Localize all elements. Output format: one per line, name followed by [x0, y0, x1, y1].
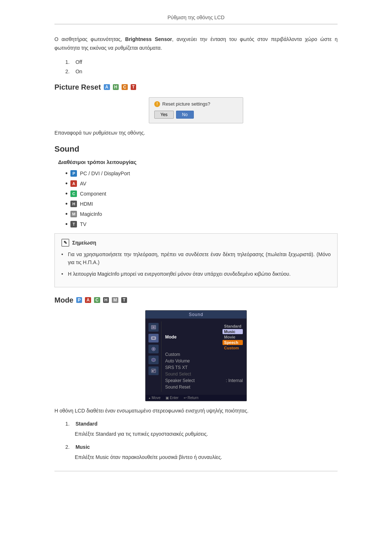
- sound-menu-icons: [146, 321, 162, 392]
- sound-menu-items: Mode Standard Music Movie Speech Custom …: [162, 321, 246, 392]
- menu-row-srs: SRS TS XT: [165, 364, 243, 371]
- svg-point-4: [153, 348, 154, 350]
- menu-icon-2: [148, 334, 159, 342]
- menu-icon-4: [148, 356, 159, 364]
- mode-badge-T: T: [121, 297, 127, 303]
- dialog-yes-button[interactable]: Yes: [154, 111, 174, 119]
- badge-T: T: [131, 84, 136, 90]
- svg-rect-6: [152, 370, 154, 372]
- brightness-option-1: 1. Off: [65, 59, 338, 65]
- sound-menu: Sound: [145, 310, 247, 401]
- menu-row-soundreset: Sound Reset: [165, 384, 243, 390]
- svg-rect-2: [152, 337, 155, 339]
- mode-badge-P: P: [76, 297, 82, 303]
- note-item-1: Για να χρησιμοποιήσετε την τηλεόραση, πρ…: [61, 250, 331, 267]
- menu-row-soundselect: Sound Select: [165, 371, 243, 377]
- mode-section: Mode P A C H M T Sound: [54, 296, 338, 460]
- brightness-option-2: 2. On: [65, 69, 338, 74]
- page-title: Ρύθμιση της οθόνης LCD: [167, 15, 224, 20]
- sound-modes-list: • P PC / DVI / DisplayPort • A AV • C Co…: [54, 170, 338, 227]
- mode-option-standard: 1. Standard: [65, 421, 338, 427]
- sound-mode-av: • A AV: [65, 180, 338, 187]
- dialog-text: Reset picture settings?: [162, 101, 210, 107]
- page-container: Ρύθμιση της οθόνης LCD Ο αισθητήρας φωτε…: [33, 0, 359, 486]
- badge-H: H: [113, 84, 119, 90]
- sound-section: Sound Διαθέσιμοι τρόποι λειτουργίας • P …: [54, 144, 338, 287]
- mode-options-list: 1. Standard: [54, 421, 338, 427]
- page-header: Ρύθμιση της οθόνης LCD: [54, 15, 338, 24]
- picture-reset-heading: Picture Reset A H C T: [54, 83, 338, 91]
- menu-options: Standard Music Movie Speech Custom: [222, 324, 243, 350]
- mode-badge-M: M: [112, 297, 118, 303]
- mode-heading: Mode P A C H M T: [54, 296, 338, 304]
- icon-C: C: [70, 190, 77, 197]
- sound-heading: Sound: [54, 144, 338, 154]
- dialog-title-row: ! Reset picture settings?: [154, 101, 238, 107]
- music-desc: Επιλέξτε Music όταν παρακολουθείτε μουσι…: [54, 454, 338, 460]
- sound-mode-pc: • P PC / DVI / DisplayPort: [65, 170, 338, 177]
- sound-mode-component: • C Component: [65, 190, 338, 197]
- icon-M: M: [70, 211, 77, 217]
- menu-row-speakerselect: Speaker Select : Internal: [165, 377, 243, 384]
- note-header: ✎ Σημείωση: [61, 239, 331, 247]
- menu-icon-3: [148, 345, 159, 353]
- picture-reset-description: Επαναφορά των ρυθμίσεων της οθόνης.: [54, 130, 338, 136]
- sound-sub-heading: Διαθέσιμοι τρόποι λειτουργίας: [54, 159, 338, 165]
- mode-description: Η οθόνη LCD διαθέτει έναν ενσωματωμένο σ…: [54, 408, 338, 414]
- note-bullets: Για να χρησιμοποιήσετε την τηλεόραση, πρ…: [61, 250, 331, 278]
- mode-badge-A: A: [85, 297, 91, 303]
- icon-A: A: [70, 180, 77, 187]
- brightness-options-list: 1. Off 2. On: [54, 59, 338, 74]
- sound-mode-tv: • T TV: [65, 221, 338, 227]
- sound-menu-header: Sound: [146, 311, 246, 319]
- badge-A: A: [104, 84, 110, 90]
- icon-T: T: [70, 221, 77, 227]
- dialog-buttons: Yes No: [154, 111, 238, 119]
- mode-badge-H: H: [103, 297, 109, 303]
- note-box: ✎ Σημείωση Για να χρησιμοποιήσετε την τη…: [54, 233, 338, 287]
- brightness-section: Ο αισθητήρας φωτεινότητας, Brightness Se…: [54, 35, 338, 74]
- note-item-2: Η λειτουργία MagicInfo μπορεί να ενεργοπ…: [61, 270, 331, 278]
- page-divider: [54, 471, 338, 471]
- menu-row-mode: Mode Standard Music Movie Speech Custom: [165, 323, 243, 351]
- reset-dialog: ! Reset picture settings? Yes No: [149, 97, 243, 123]
- svg-point-0: [153, 327, 154, 328]
- sound-menu-body: Mode Standard Music Movie Speech Custom …: [146, 319, 246, 395]
- sound-menu-footer: ⬥ Move ▣ Enter ↩ Return: [146, 395, 246, 401]
- sound-mode-magicinfo: • M MagicInfo: [65, 211, 338, 217]
- mode-music-list: 2. Music: [54, 444, 338, 450]
- sound-mode-hdmi: • H HDMI: [65, 201, 338, 207]
- badge-C: C: [122, 84, 128, 90]
- menu-row-autovolume: Auto Volume: [165, 358, 243, 364]
- brightness-intro: Ο αισθητήρας φωτεινότητας, Brightness Se…: [54, 35, 338, 53]
- svg-rect-7: [154, 370, 155, 370]
- menu-icon-1: [148, 323, 159, 332]
- sound-menu-screenshot: Sound: [54, 310, 338, 401]
- menu-row-custom: Custom: [165, 351, 243, 358]
- dialog-no-button[interactable]: No: [176, 111, 194, 119]
- mode-option-music: 2. Music: [65, 444, 338, 450]
- icon-P: P: [70, 170, 77, 177]
- icon-H: H: [70, 201, 77, 207]
- mode-badge-C: C: [94, 297, 100, 303]
- picture-reset-section: Picture Reset A H C T ! Reset picture se…: [54, 83, 338, 136]
- menu-icon-5: [148, 366, 159, 375]
- dialog-warning-icon: !: [154, 101, 160, 107]
- standard-desc: Επιλέξτε Standard για τις τυπικές εργοστ…: [54, 431, 338, 437]
- note-icon: ✎: [61, 239, 69, 247]
